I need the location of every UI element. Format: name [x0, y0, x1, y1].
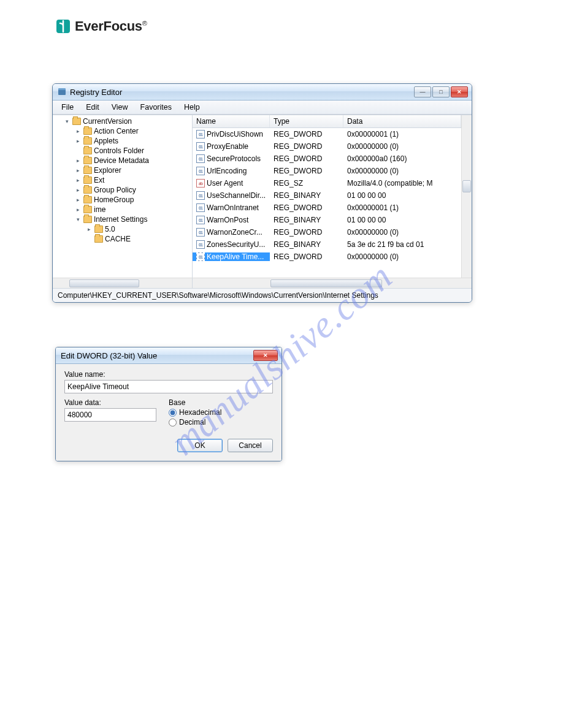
- tree-row[interactable]: ▾Internet Settings: [53, 214, 192, 224]
- tree-row[interactable]: ▸Device Metadata: [53, 156, 192, 165]
- value-name: ProxyEnable: [207, 142, 248, 151]
- dec-radio[interactable]: [169, 419, 177, 427]
- tree-row[interactable]: ▸Applets: [53, 136, 192, 146]
- tree-label: Device Metadata: [94, 156, 149, 165]
- tree-label: CACHE: [105, 235, 131, 243]
- menubar: File Edit View Favorites Help: [53, 100, 472, 115]
- value-data: 0x00000001 (1): [343, 203, 461, 212]
- hscroll-row: [53, 278, 472, 288]
- table-row[interactable]: 01ProxyEnableREG_DWORD0x00000000 (0): [193, 140, 461, 153]
- tree-row[interactable]: CACHE: [53, 234, 192, 244]
- edit-dword-dialog: Edit DWORD (32-bit) Value ✕ Value name: …: [55, 347, 282, 461]
- value-data-field[interactable]: [64, 408, 156, 422]
- table-row[interactable]: 01UrlEncodingREG_DWORD0x00000000 (0): [193, 165, 461, 177]
- collapse-icon[interactable]: ▾: [64, 118, 71, 125]
- expand-icon[interactable]: ▸: [75, 197, 82, 203]
- tree-row[interactable]: ▸HomeGroup: [53, 195, 192, 205]
- value-type: REG_DWORD: [270, 252, 343, 261]
- value-data: 0x000000a0 (160): [343, 154, 461, 163]
- table-row[interactable]: 01WarnOnIntranetREG_DWORD0x00000001 (1): [193, 202, 461, 214]
- menu-help[interactable]: Help: [179, 102, 205, 113]
- tree-label: ime: [94, 205, 105, 214]
- value-type: REG_DWORD: [270, 228, 343, 237]
- tree-hscroll[interactable]: [53, 278, 193, 288]
- ok-button[interactable]: OK: [177, 439, 223, 452]
- folder-icon: [94, 226, 103, 233]
- value-name: KeepAlive Time...: [207, 252, 264, 261]
- reg-binary-icon: 01: [196, 154, 205, 163]
- tree-row[interactable]: ▸Explorer: [53, 165, 192, 175]
- col-data[interactable]: Data: [343, 115, 461, 127]
- dialog-title: Edit DWORD (32-bit) Value: [61, 351, 157, 360]
- collapse-icon[interactable]: ▾: [75, 216, 82, 223]
- menu-view[interactable]: View: [107, 102, 133, 113]
- list-pane: Name Type Data 01PrivDiscUiShownREG_DWOR…: [193, 115, 472, 278]
- value-data: 01 00 00 00: [343, 216, 461, 224]
- document-page: EverFocus® Registry Editor — □ ✕ File Ed…: [0, 0, 563, 728]
- table-row[interactable]: 01UseSchannelDir...REG_BINARY01 00 00 00: [193, 189, 461, 202]
- folder-icon: [83, 167, 92, 174]
- hex-radio[interactable]: [169, 409, 177, 417]
- expand-icon[interactable]: ▸: [75, 177, 82, 184]
- value-name: UrlEncoding: [207, 167, 247, 175]
- table-row[interactable]: abUser AgentREG_SZMozilla/4.0 (compatibl…: [193, 177, 461, 189]
- maximize-button[interactable]: □: [432, 86, 450, 97]
- folder-icon: [83, 147, 92, 154]
- folder-icon: [83, 176, 92, 184]
- col-name[interactable]: Name: [193, 115, 270, 127]
- value-data: 01 00 00 00: [343, 191, 461, 200]
- value-type: REG_DWORD: [270, 203, 343, 212]
- expand-icon[interactable]: ▸: [75, 138, 82, 145]
- expand-icon[interactable]: ▸: [75, 207, 82, 213]
- app-icon: [58, 88, 66, 96]
- list-hscroll[interactable]: [193, 278, 472, 288]
- tree-label: CurrentVersion: [83, 117, 132, 126]
- value-type: REG_BINARY: [270, 240, 343, 249]
- tree-row[interactable]: ▾CurrentVersion: [53, 116, 192, 126]
- table-row[interactable]: 01KeepAlive Time...REG_DWORD0x00000000 (…: [193, 251, 461, 263]
- table-row[interactable]: 01ZonesSecurityU...REG_BINARY5a 3e dc 21…: [193, 238, 461, 251]
- value-data: 0x00000001 (1): [343, 130, 461, 138]
- tree-row[interactable]: ▸ime: [53, 205, 192, 214]
- table-row[interactable]: 01SecureProtocolsREG_DWORD0x000000a0 (16…: [193, 153, 461, 165]
- tree-row[interactable]: ▸5.0: [53, 224, 192, 234]
- tree-row[interactable]: ▸Action Center: [53, 126, 192, 136]
- menu-file[interactable]: File: [56, 102, 79, 113]
- table-row[interactable]: 01WarnonZoneCr...REG_DWORD0x00000000 (0): [193, 226, 461, 238]
- folder-icon: [83, 186, 92, 194]
- tree-row[interactable]: ▸Group Policy: [53, 185, 192, 195]
- expand-icon[interactable]: ▸: [86, 226, 93, 233]
- folder-icon: [83, 206, 92, 213]
- cancel-button[interactable]: Cancel: [228, 439, 273, 452]
- menu-favorites[interactable]: Favorites: [136, 102, 177, 113]
- table-row[interactable]: 01PrivDiscUiShownREG_DWORD0x00000001 (1): [193, 128, 461, 140]
- tree-label: Internet Settings: [94, 215, 147, 224]
- reg-binary-icon: 01: [196, 142, 205, 151]
- folder-icon: [94, 235, 103, 243]
- expand-icon[interactable]: ▸: [75, 128, 82, 135]
- vertical-scrollbar[interactable]: [461, 115, 472, 278]
- svg-rect-1: [58, 89, 66, 95]
- table-row[interactable]: 01WarnOnPostREG_BINARY01 00 00 00: [193, 214, 461, 226]
- value-name: ZonesSecurityU...: [207, 240, 265, 249]
- value-data: 0x00000000 (0): [343, 228, 461, 237]
- tree-row[interactable]: ▸Ext: [53, 175, 192, 185]
- folder-icon: [72, 118, 81, 125]
- close-button[interactable]: ✕: [451, 86, 468, 97]
- col-type[interactable]: Type: [270, 115, 343, 127]
- menu-edit[interactable]: Edit: [81, 102, 104, 113]
- value-name-field[interactable]: [64, 380, 273, 393]
- value-data: 0x00000000 (0): [343, 252, 461, 261]
- base-label: Base: [169, 398, 185, 407]
- dialog-close-button[interactable]: ✕: [253, 350, 278, 361]
- value-data: Mozilla/4.0 (compatible; M: [343, 179, 461, 188]
- expand-icon[interactable]: ▸: [75, 157, 82, 164]
- tree-row[interactable]: Controls Folder: [53, 146, 192, 156]
- value-name: WarnonZoneCr...: [207, 228, 262, 237]
- reg-sz-icon: ab: [196, 179, 205, 188]
- folder-icon: [83, 127, 92, 135]
- registry-editor-window: Registry Editor — □ ✕ File Edit View Fav…: [52, 83, 472, 303]
- expand-icon[interactable]: ▸: [75, 167, 82, 174]
- expand-icon[interactable]: ▸: [75, 187, 82, 194]
- minimize-button[interactable]: —: [414, 86, 431, 97]
